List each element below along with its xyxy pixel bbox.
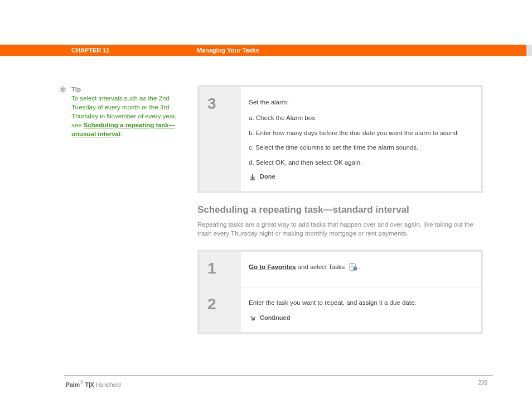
chapter-header: CHAPTER 11 Managing Your Tasks xyxy=(0,45,532,56)
done-label: Done xyxy=(260,172,275,182)
tip-label: Tip xyxy=(71,85,179,94)
section-heading: Scheduling a repeating task—standard int… xyxy=(197,204,483,215)
tip-sidebar: ✱ Tip To select intervals such as the 2n… xyxy=(59,85,179,139)
footer-rule xyxy=(64,375,493,376)
page-number: 236 xyxy=(478,380,487,386)
step3-d: d. Select OK, and then select OK again. xyxy=(249,157,472,167)
step-body: Set the alarm: a. Check the Alarm box. b… xyxy=(241,87,481,191)
step-block-3: 3 Set the alarm: a. Check the Alarm box.… xyxy=(197,85,483,193)
step-body: Go to Favorites and select Tasks . xyxy=(241,252,481,287)
step2-text: Enter the task you want to repeat, and a… xyxy=(249,298,472,308)
footer-rest: Handheld xyxy=(94,381,121,388)
step-number: 2 xyxy=(200,288,241,332)
step3-b: b. Enter how many days before the due da… xyxy=(249,128,472,138)
step3-c: c. Select the time columns to set the ti… xyxy=(249,142,472,152)
main-content: 3 Set the alarm: a. Check the Alarm box.… xyxy=(197,85,483,346)
continued-label: Continued xyxy=(260,313,290,323)
step1-rest: and select Tasks xyxy=(296,264,346,270)
done-arrow-icon xyxy=(249,173,257,181)
tasks-app-icon xyxy=(348,262,358,271)
tip-body: To select intervals such as the 2nd Tues… xyxy=(71,94,179,138)
section-intro: Repeating tasks are a great way to add t… xyxy=(197,220,483,238)
svg-point-1 xyxy=(353,267,356,270)
step-block-12: 1 Go to Favorites and select Tasks . 2 E… xyxy=(197,250,483,334)
asterisk-icon: ✱ xyxy=(59,84,66,96)
step-row: 1 Go to Favorites and select Tasks . xyxy=(200,252,481,288)
favorites-link[interactable]: Go to Favorites xyxy=(249,264,296,270)
step-number: 3 xyxy=(200,87,241,191)
step-number: 1 xyxy=(200,252,241,287)
footer-model: T|X xyxy=(84,381,94,388)
step1-period: . xyxy=(359,264,361,270)
step3-title: Set the alarm: xyxy=(249,97,472,107)
continued-arrow-icon xyxy=(249,314,257,322)
tip-link[interactable]: Scheduling a repeating task—unusual inte… xyxy=(71,122,175,137)
tip-text-after: . xyxy=(120,131,122,137)
done-row: Done xyxy=(249,172,472,182)
step-row: 3 Set the alarm: a. Check the Alarm box.… xyxy=(200,87,481,191)
step-body: Enter the task you want to repeat, and a… xyxy=(241,288,481,332)
step1-text: Go to Favorites and select Tasks . xyxy=(249,262,472,272)
chapter-label: CHAPTER 11 xyxy=(71,47,197,54)
footer-brand: Palm xyxy=(66,381,80,388)
step-row: 2 Enter the task you want to repeat, and… xyxy=(200,288,481,332)
continued-row: Continued xyxy=(249,313,472,323)
step3-a: a. Check the Alarm box. xyxy=(249,113,472,123)
header-stub xyxy=(526,45,532,56)
footer-text: Palm® T|X Handheld xyxy=(66,380,121,388)
section-label: Managing Your Tasks xyxy=(197,47,259,54)
